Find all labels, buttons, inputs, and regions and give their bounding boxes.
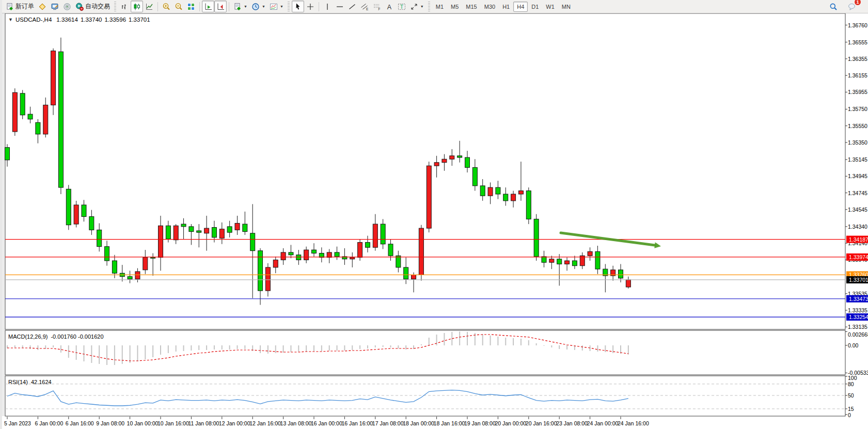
chevron-down-icon: ▼ xyxy=(262,5,265,8)
tab-timeframe-m1[interactable]: M1 xyxy=(432,2,447,12)
chevron-down-icon: ▼ xyxy=(420,5,424,8)
zoom-out-button[interactable] xyxy=(172,1,185,12)
auto-scroll-button[interactable] xyxy=(202,1,214,12)
candle xyxy=(265,267,270,291)
new-order-button[interactable]: 新订单 xyxy=(4,1,36,12)
candle xyxy=(434,163,439,166)
time-axis-label: 18 Jan 16:00 xyxy=(434,420,465,426)
toolbar: 新订单自动交易▼▼▼EFAT▼M1M5M15M30H1H4D1W1MN1 xyxy=(2,0,868,13)
candle xyxy=(166,226,170,239)
time-axis-label: 10 Jan 00:00 xyxy=(127,420,159,426)
crosshair-button[interactable] xyxy=(304,1,317,12)
price-axis-label: 1.36155 xyxy=(848,72,867,78)
horizontal-line-button[interactable] xyxy=(334,1,346,12)
tab-timeframe-m15[interactable]: M15 xyxy=(462,2,480,12)
candle xyxy=(273,260,278,267)
shapes-button[interactable]: ▼ xyxy=(408,1,426,12)
tab-timeframe-mn[interactable]: MN xyxy=(558,2,574,12)
line-chart-button[interactable] xyxy=(143,1,155,12)
tab-timeframe-h1[interactable]: H1 xyxy=(499,2,513,12)
zoom-in-button[interactable] xyxy=(160,1,172,12)
rsi-axis-label: 15 xyxy=(848,406,854,412)
periods-menu-button[interactable]: ▼ xyxy=(249,1,267,12)
candle xyxy=(227,227,232,232)
candle xyxy=(105,247,109,261)
pane-border-0 xyxy=(5,13,845,329)
autotrading-button[interactable]: 自动交易 xyxy=(73,1,112,12)
time-axis-label: 19 Jan 08:00 xyxy=(464,420,496,426)
candle xyxy=(143,258,148,270)
notifications-button[interactable]: 1 xyxy=(846,1,858,12)
price-axis-label: 1.34945 xyxy=(848,173,867,179)
time-axis-label: 24 Jan 16:00 xyxy=(618,420,649,426)
clock-icon xyxy=(251,3,260,11)
candle xyxy=(12,92,17,132)
price-flag-label: 1.33701 xyxy=(849,277,868,283)
candle xyxy=(20,93,25,115)
tile-windows-icon xyxy=(187,3,195,11)
candle xyxy=(572,261,577,266)
time-axis-label: 12 Jan 16:00 xyxy=(249,420,281,426)
new-chart-button[interactable]: ▼ xyxy=(231,1,249,12)
tile-windows-button[interactable] xyxy=(185,1,197,12)
indicators-button[interactable]: ▼ xyxy=(267,1,286,12)
toolbar-separator xyxy=(319,2,319,11)
candle xyxy=(503,194,508,201)
cursor-icon xyxy=(294,3,302,11)
chart-canvas[interactable]: 1.367601.365551.363551.361551.359551.357… xyxy=(2,13,868,429)
price-axis-label: 1.36555 xyxy=(848,39,867,45)
rsi-axis-label: 80 xyxy=(848,381,854,387)
mt4-window: 新订单自动交易▼▼▼EFAT▼M1M5M15M30H1H4D1W1MN1 1.3… xyxy=(0,0,868,429)
auto-scroll-icon xyxy=(204,3,212,11)
tab-timeframe-m30[interactable]: M30 xyxy=(481,2,499,12)
price-axis-label: 1.35550 xyxy=(848,123,867,129)
fibonacci-button[interactable]: F xyxy=(371,1,383,12)
tab-timeframe-h4[interactable]: H4 xyxy=(513,2,528,12)
candle xyxy=(388,244,393,256)
candle xyxy=(36,122,40,134)
rsi-axis-label: 50 xyxy=(848,392,854,399)
candle xyxy=(97,230,102,246)
text-label-button[interactable]: T xyxy=(396,1,408,12)
profiles-button[interactable] xyxy=(36,1,49,12)
candle xyxy=(258,251,263,291)
vertical-line-button[interactable] xyxy=(321,1,334,12)
time-axis-label: 20 Jan 16:00 xyxy=(526,420,557,426)
tab-timeframe-m5[interactable]: M5 xyxy=(447,2,462,12)
chart-collapse-icon[interactable]: ▼ xyxy=(8,17,13,22)
chevron-down-icon: ▼ xyxy=(244,5,247,8)
pane-border-1 xyxy=(5,330,845,375)
search-button[interactable] xyxy=(827,1,840,12)
price-axis-label: 1.34340 xyxy=(848,224,867,230)
signals-icon xyxy=(63,3,71,11)
time-axis-label: 13 Jan 08:00 xyxy=(280,420,312,426)
tab-timeframe-w1[interactable]: W1 xyxy=(542,2,558,12)
price-axis-label: 1.35955 xyxy=(848,89,867,95)
candle xyxy=(496,187,500,194)
cursor-button[interactable] xyxy=(292,1,304,12)
candle xyxy=(74,205,78,224)
metaeditor-button[interactable] xyxy=(49,1,61,12)
candle xyxy=(412,275,416,279)
candle xyxy=(289,252,293,255)
svg-text:F: F xyxy=(378,7,380,11)
price-axis-label: 1.34745 xyxy=(848,190,867,196)
candle xyxy=(112,261,117,273)
candlestick-chart-button[interactable] xyxy=(131,1,143,12)
candle xyxy=(327,252,332,258)
candle xyxy=(212,228,216,237)
chart-shift-button[interactable] xyxy=(214,1,227,12)
candle xyxy=(204,228,209,233)
price-axis-label: 1.35145 xyxy=(848,156,867,163)
candle xyxy=(381,224,385,244)
new-chart-icon xyxy=(233,3,242,11)
trendline-button[interactable] xyxy=(346,1,358,12)
bar-chart-button[interactable] xyxy=(118,1,131,12)
text-button[interactable]: A xyxy=(383,1,396,12)
time-axis-label: 12 Jan 00:00 xyxy=(219,420,250,426)
signals-button[interactable] xyxy=(61,1,73,12)
channel-button[interactable]: E xyxy=(358,1,371,12)
tab-timeframe-d1[interactable]: D1 xyxy=(528,2,542,12)
notification-badge: 1 xyxy=(854,0,861,6)
profiles-icon xyxy=(38,3,46,11)
